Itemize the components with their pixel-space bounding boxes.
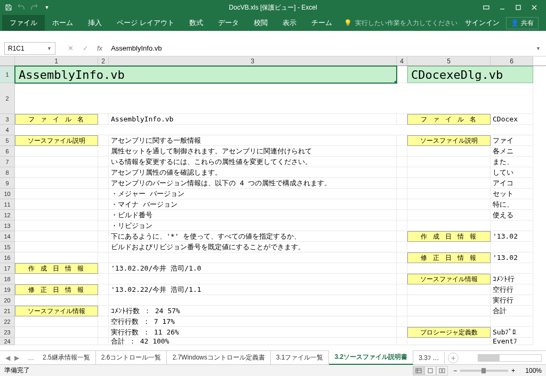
tab-data[interactable]: データ xyxy=(211,15,246,31)
cell[interactable] xyxy=(98,338,109,345)
sheet-tab[interactable]: 3.1ファイル一覧 xyxy=(271,351,330,364)
row-header[interactable]: 2 xyxy=(0,83,15,114)
row-header[interactable]: 15 xyxy=(0,242,15,252)
cell[interactable] xyxy=(407,146,491,157)
row-header[interactable]: 22 xyxy=(0,316,15,327)
cell[interactable] xyxy=(397,295,407,306)
cell[interactable]: セット xyxy=(491,189,533,199)
col-header[interactable]: 3 xyxy=(109,56,397,66)
tab-nav-next-icon[interactable]: ▶ xyxy=(14,354,19,362)
cell[interactable]: いる情報を変更するには、これらの属性値を変更してください。 xyxy=(109,157,397,167)
scrollbar-thumb[interactable] xyxy=(478,355,500,361)
save-icon[interactable] xyxy=(3,2,14,13)
cell[interactable]: ・リビジョン xyxy=(109,220,397,231)
view-normal-icon[interactable] xyxy=(413,366,424,375)
row-header[interactable]: 4 xyxy=(0,125,15,135)
cell[interactable] xyxy=(397,178,407,189)
cell[interactable] xyxy=(491,242,533,252)
cell[interactable] xyxy=(397,274,407,284)
sheet-tab[interactable]: 2.5継承情報一覧 xyxy=(37,351,96,364)
cell[interactable] xyxy=(407,295,491,306)
cell[interactable] xyxy=(15,178,98,189)
cell[interactable] xyxy=(407,242,491,252)
cell[interactable] xyxy=(407,284,491,295)
cell[interactable] xyxy=(109,295,397,306)
cell[interactable]: ｺﾒﾝﾄ行 xyxy=(491,274,533,284)
tab-view[interactable]: 表示 xyxy=(275,15,304,31)
cell[interactable] xyxy=(98,189,109,199)
cell[interactable] xyxy=(98,316,109,327)
cell[interactable] xyxy=(407,178,491,189)
row-header[interactable]: 10 xyxy=(0,189,15,199)
cell[interactable] xyxy=(407,167,491,178)
col-header[interactable]: 1 xyxy=(15,56,98,66)
cell[interactable]: 空行行数 ： 7 17% xyxy=(109,316,397,327)
tab-insert[interactable]: 挿入 xyxy=(81,15,109,31)
cell[interactable] xyxy=(98,295,109,306)
cell[interactable] xyxy=(397,210,407,220)
sheet-tab[interactable]: 2.7Windowsコントロール定義書 xyxy=(167,351,270,364)
cell[interactable] xyxy=(407,306,491,316)
cell[interactable] xyxy=(397,306,407,316)
cell[interactable] xyxy=(15,189,98,199)
share-button[interactable]: 👤 共有 xyxy=(506,17,539,29)
cell[interactable] xyxy=(397,231,407,242)
label-modified[interactable]: 修 正 日 情 報 xyxy=(407,252,491,263)
cell[interactable] xyxy=(15,220,98,231)
tab-ellipsis[interactable]: … xyxy=(25,354,37,362)
row-header[interactable]: 6 xyxy=(0,146,15,157)
label-filename[interactable]: フ ァ イ ル 名 xyxy=(407,114,491,125)
tab-home[interactable]: ホーム xyxy=(45,15,81,31)
cell[interactable] xyxy=(15,125,533,135)
label-srcdesc[interactable]: ソースファイル説明 xyxy=(15,135,98,146)
cell[interactable] xyxy=(109,274,397,284)
cell[interactable] xyxy=(407,210,491,220)
row-header[interactable]: 8 xyxy=(0,167,15,178)
cell[interactable] xyxy=(15,274,98,284)
cell[interactable]: Subﾌﾟﾛ xyxy=(491,327,533,338)
row-header[interactable]: 16 xyxy=(0,252,15,263)
cell[interactable]: 実行行 xyxy=(491,295,533,306)
row-header[interactable]: 20 xyxy=(0,295,15,306)
cell[interactable] xyxy=(98,135,109,146)
cell[interactable] xyxy=(98,274,109,284)
title-cell[interactable]: AssemblyInfo.vb xyxy=(15,66,397,83)
col-header[interactable]: 6 xyxy=(491,56,533,66)
cell[interactable] xyxy=(407,220,491,231)
worksheet-grid[interactable]: 1 2 3 4 5 6 1 AssemblyInfo.vb CDocexeDlg… xyxy=(0,56,546,350)
cell[interactable] xyxy=(109,252,397,263)
label-srcinfo[interactable]: ソースファイル情報 xyxy=(407,274,491,284)
qat-dropdown-icon[interactable]: ▼ xyxy=(42,2,52,13)
row-header[interactable]: 23 xyxy=(0,327,15,338)
row-header[interactable]: 17 xyxy=(0,263,15,274)
cell[interactable] xyxy=(98,284,109,295)
tell-me-search[interactable]: 💡 実行したい作業を入力してください xyxy=(344,19,457,28)
tab-nav-prev-icon[interactable]: ◀ xyxy=(5,354,10,362)
chevron-down-icon[interactable]: ▼ xyxy=(47,46,52,51)
cell[interactable]: 特に、 xyxy=(491,199,533,210)
redo-icon[interactable] xyxy=(29,2,39,13)
cell[interactable] xyxy=(397,146,407,157)
cell[interactable] xyxy=(15,83,533,114)
label-srcdesc[interactable]: ソースファイル説明 xyxy=(407,135,491,146)
cell[interactable] xyxy=(397,189,407,199)
cell[interactable] xyxy=(397,167,407,178)
cell[interactable] xyxy=(397,220,407,231)
horizontal-scrollbar[interactable] xyxy=(478,354,542,362)
signin-link[interactable]: サインイン xyxy=(465,18,500,28)
cell[interactable] xyxy=(15,295,98,306)
undo-icon[interactable] xyxy=(16,2,27,13)
cell[interactable] xyxy=(98,242,109,252)
cell[interactable]: AssemblyInfo.vb xyxy=(109,114,397,125)
cell[interactable] xyxy=(407,316,491,327)
col-header[interactable]: 5 xyxy=(407,56,491,66)
cell[interactable] xyxy=(397,327,407,338)
label-procdef[interactable]: プロシージャ定義数 xyxy=(407,327,491,338)
row-header[interactable]: 24 xyxy=(0,338,15,345)
cell[interactable] xyxy=(98,210,109,220)
cell[interactable]: アイコ xyxy=(491,178,533,189)
accept-formula-icon[interactable]: ✓ xyxy=(80,43,91,54)
cell[interactable]: アセンブリのバージョン情報は、以下の 4 つの属性で構成されます。 xyxy=(109,178,397,189)
view-pagelayout-icon[interactable] xyxy=(424,366,436,375)
cell[interactable] xyxy=(15,210,98,220)
